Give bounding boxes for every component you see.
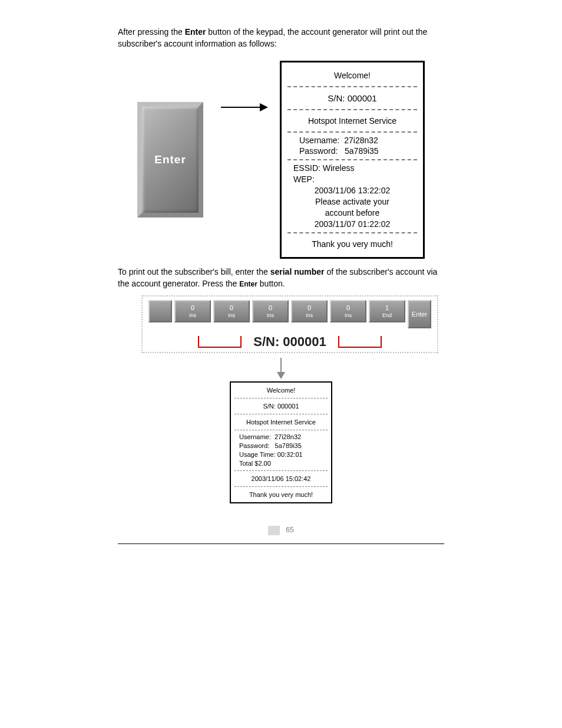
bill-service: Hotspot Internet Service <box>231 417 331 427</box>
key-1-end[interactable]: 1 End <box>369 300 405 322</box>
page-number-box-icon <box>268 526 280 535</box>
arrow-down-icon <box>280 358 282 373</box>
red-bracket-right-icon <box>338 336 382 348</box>
intro2-key2: Enter <box>239 280 257 288</box>
intro2-key: serial number <box>270 267 325 276</box>
footer-rule <box>118 543 444 544</box>
ticket-activation: 2003/11/06 13:22:02 Please activate your… <box>282 185 423 230</box>
intro2-pre: To print out the subscriber's bill, ente… <box>118 267 270 276</box>
red-bracket-left-icon <box>198 336 242 348</box>
ticket-credentials: Username: 27i28n32 Password: 5a789i35 <box>282 135 423 157</box>
key-0-ins-2[interactable]: 0 Ins <box>213 300 250 322</box>
key-0-ins-1[interactable]: 0 Ins <box>174 300 211 322</box>
ticket-service: Hotspot Internet Service <box>282 113 423 129</box>
page-number: 65 <box>0 521 562 535</box>
keypad-panel: 0 Ins 0 Ins 0 Ins 0 Ins 0 Ins <box>141 295 438 353</box>
keypad-keys-row: 0 Ins 0 Ins 0 Ins 0 Ins 0 Ins <box>148 300 431 328</box>
key-0-ins-3[interactable]: 0 Ins <box>252 300 289 322</box>
intro1-key: Enter <box>185 27 206 37</box>
intro-line-2: To print out the subscriber's bill, ente… <box>118 266 444 290</box>
key-enter-small[interactable]: Enter <box>408 300 431 328</box>
key-blank[interactable] <box>148 300 172 322</box>
figure-keypad-to-bill: 0 Ins 0 Ins 0 Ins 0 Ins 0 Ins <box>0 295 562 503</box>
intro1-pre: After pressing the <box>118 27 185 37</box>
figure-enter-to-ticket: Enter Welcome! S/N: 000001 Hotspot Inter… <box>0 61 562 259</box>
bill-thanks: Thank you very much! <box>231 489 331 500</box>
ticket-welcome: Welcome! <box>282 67 423 84</box>
bill-details: Username: 27i28n32 Password: 5a789i35 Us… <box>231 433 331 467</box>
ticket-essid: ESSID: Wireless WEP: <box>282 163 423 185</box>
bill-timestamp: 2003/11/06 15:02:42 <box>231 473 331 484</box>
intro2-tail: button. <box>257 279 285 288</box>
enter-key-large[interactable]: Enter <box>137 102 203 218</box>
keypad-sn-row: S/N: 000001 <box>148 334 431 350</box>
printout-ticket-large: Welcome! S/N: 000001 Hotspot Internet Se… <box>280 61 425 259</box>
printout-bill-small: Welcome! S/N: 000001 Hotspot Internet Se… <box>230 381 332 503</box>
enter-key-label: Enter <box>154 153 186 166</box>
arrow-right-icon <box>221 107 262 108</box>
intro-line-1: After pressing the Enter button of the k… <box>118 26 444 50</box>
key-0-ins-4[interactable]: 0 Ins <box>291 300 328 322</box>
ticket-thanks: Thank you very much! <box>282 236 423 252</box>
ticket-sn: S/N: 000001 <box>282 90 423 107</box>
bill-sn: S/N: 000001 <box>231 401 331 411</box>
sn-big-label: S/N: 000001 <box>253 334 326 350</box>
key-0-ins-5[interactable]: 0 Ins <box>330 300 366 322</box>
bill-welcome: Welcome! <box>231 385 331 396</box>
